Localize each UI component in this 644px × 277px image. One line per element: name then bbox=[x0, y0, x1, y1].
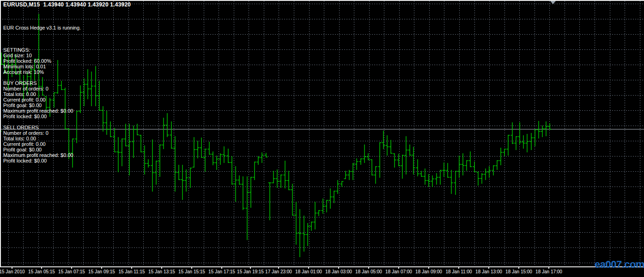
ea-section-header: SETTINGS: bbox=[3, 47, 81, 53]
time-axis-label: 15 Jan 15:15 bbox=[178, 269, 205, 274]
ea-row: Maximum profit reached: $0.00 bbox=[3, 152, 81, 158]
ohlc-bar bbox=[333, 191, 336, 203]
ohlc-bar bbox=[507, 135, 510, 156]
ohlc-bar bbox=[310, 222, 313, 231]
ohlc-bar bbox=[238, 175, 241, 185]
ohlc-bar bbox=[215, 156, 219, 170]
chart-window: EURUSD,M15 1.43940 1.43940 1.43920 1.439… bbox=[0, 0, 644, 277]
time-axis-label: 15 Jan 13:15 bbox=[148, 269, 175, 274]
ohlc-bar bbox=[162, 118, 165, 149]
time-axis-label: 17 Jan 23:00 bbox=[265, 269, 292, 274]
ohlc-bar bbox=[128, 124, 131, 175]
ohlc-bar bbox=[454, 171, 457, 195]
ohlc-bar bbox=[462, 153, 465, 175]
ohlc-bar bbox=[249, 177, 253, 208]
ohlc-bar bbox=[518, 122, 522, 144]
ohlc-bar bbox=[268, 182, 272, 220]
ohlc-bar bbox=[132, 126, 135, 158]
time-axis-label: 18 Jan 15:00 bbox=[505, 269, 532, 274]
ohlc-bar bbox=[140, 135, 143, 152]
ohlc-bar bbox=[261, 152, 264, 163]
ohlc-bar bbox=[83, 78, 86, 106]
ohlc-bar bbox=[348, 170, 351, 180]
ohlc-bar bbox=[193, 137, 196, 168]
ohlc-bar bbox=[336, 180, 340, 194]
ea-row: Profit locked: $0.00 bbox=[3, 158, 81, 163]
ohlc-bar bbox=[401, 155, 404, 179]
time-axis-label: 18 Jan 13:00 bbox=[475, 269, 502, 274]
ohlc-bar bbox=[306, 223, 310, 246]
ea-row: Current profit: 0.00 bbox=[3, 97, 81, 102]
ea-row: Number of orders: 0 bbox=[3, 130, 81, 136]
ohlc-bar bbox=[408, 145, 412, 156]
ohlc-bar bbox=[412, 147, 415, 175]
ohlc-bar bbox=[124, 124, 128, 146]
time-axis-label: 15 Jan 2010 bbox=[0, 269, 25, 274]
ohlc-bar bbox=[105, 111, 109, 135]
ohlc-bar bbox=[208, 142, 211, 155]
watermark: ea007.com bbox=[595, 259, 644, 271]
time-axis-label: 18 Jan 17:00 bbox=[535, 269, 562, 274]
ohlc-bar bbox=[317, 210, 321, 216]
ohlc-bar bbox=[223, 146, 226, 163]
ohlc-bar bbox=[496, 160, 499, 170]
ohlc-bar bbox=[298, 209, 302, 257]
ohlc-bar bbox=[242, 176, 245, 210]
ohlc-bar bbox=[295, 202, 298, 245]
time-axis-label: 18 Jan 05:00 bbox=[355, 269, 382, 274]
ohlc-bar bbox=[443, 163, 446, 177]
ea-row: Current profit: 0.00 bbox=[3, 141, 81, 147]
time-axis-label: 15 Jan 19:15 bbox=[237, 269, 264, 274]
ohlc-bar bbox=[367, 153, 370, 160]
time-axis-label: 18 Jan 11:00 bbox=[445, 269, 472, 274]
ohlc-bar bbox=[458, 156, 461, 178]
ohlc-bar bbox=[545, 121, 548, 136]
ohlc-bar bbox=[503, 149, 506, 156]
ohlc-bar bbox=[98, 81, 101, 111]
time-axis[interactable]: 15 Jan 201015 Jan 05:1515 Jan 07:1515 Ja… bbox=[0, 268, 644, 277]
time-axis-label: 15 Jan 11:15 bbox=[118, 269, 145, 274]
time-axis-label: 15 Jan 09:15 bbox=[88, 269, 115, 274]
ea-status-panel: EUR Cross Hedge v3.1 is running. SETTING… bbox=[3, 14, 81, 163]
grid-lines bbox=[0, 1, 644, 267]
ohlc-bar bbox=[94, 66, 97, 106]
ea-row: Profit locked: 60.00% bbox=[3, 58, 81, 64]
ohlc-bar bbox=[477, 172, 480, 186]
ohlc-bar bbox=[276, 169, 279, 188]
ea-row: Number of orders: 0 bbox=[3, 86, 81, 91]
ohlc-bar bbox=[435, 173, 438, 185]
time-axis-label: 15 Jan 07:15 bbox=[58, 269, 85, 274]
ohlc-bar bbox=[219, 153, 222, 165]
ohlc-bar bbox=[181, 165, 184, 200]
ohlc-bar bbox=[465, 160, 468, 171]
ohlc-bar bbox=[389, 140, 393, 154]
ohlc-bar bbox=[469, 151, 472, 167]
ohlc-bar bbox=[121, 138, 124, 166]
ohlc-bar bbox=[189, 168, 192, 188]
ohlc-bar bbox=[314, 202, 317, 229]
ohlc-bar bbox=[371, 159, 374, 175]
time-axis-label: 18 Jan 09:00 bbox=[415, 269, 442, 274]
ohlc-bar bbox=[340, 181, 344, 187]
ohlc-bar bbox=[439, 170, 442, 185]
ohlc-bar bbox=[303, 216, 306, 252]
time-axis-label: 18 Jan 01:00 bbox=[295, 269, 322, 274]
ohlc-bar bbox=[200, 138, 203, 158]
ea-row: Total lots: 0.00 bbox=[3, 91, 81, 97]
ohlc-bar bbox=[284, 161, 287, 188]
ohlc-bar bbox=[424, 169, 427, 185]
price-chart[interactable] bbox=[0, 0, 644, 277]
ohlc-bar bbox=[374, 166, 377, 184]
ohlc-bar bbox=[117, 137, 120, 172]
chart-shift-marker-icon[interactable] bbox=[550, 1, 556, 4]
ohlc-bar bbox=[405, 136, 408, 175]
ohlc-bar bbox=[431, 175, 434, 187]
ohlc-bar bbox=[522, 135, 525, 149]
ohlc-bar bbox=[177, 165, 181, 180]
ea-row: Profit goal: $0.00 bbox=[3, 147, 81, 152]
ohlc-bar bbox=[170, 121, 173, 149]
ohlc-bar bbox=[393, 153, 396, 168]
ohlc-bar bbox=[287, 171, 291, 190]
ohlc-bar bbox=[234, 166, 237, 202]
ohlc-bar bbox=[155, 161, 158, 185]
